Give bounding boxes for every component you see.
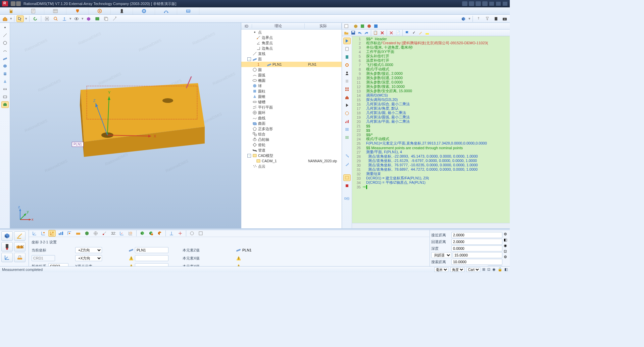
code-c-icon[interactable] — [366, 23, 372, 29]
tree-node[interactable]: 齿轮 — [241, 142, 342, 148]
side-icon-2[interactable]: ◧ — [504, 238, 510, 242]
clb-gear-icon[interactable] — [343, 62, 351, 68]
vlb-circle-icon[interactable] — [1, 40, 9, 46]
code-sheet-icon[interactable] — [343, 23, 349, 29]
zoom-fit-icon[interactable] — [43, 15, 51, 22]
ribbon-tab-2[interactable] — [22, 7, 44, 15]
side-icon-1[interactable]: ⚙ — [504, 232, 510, 236]
tree-node[interactable]: 点云 — [241, 164, 342, 169]
zoom-icon[interactable] — [52, 15, 59, 22]
ct-cube2-icon[interactable] — [147, 230, 155, 237]
clb-arrow-icon[interactable] — [343, 38, 351, 44]
code-d-icon[interactable] — [373, 23, 379, 29]
tree-node[interactable]: 边界点 — [241, 35, 342, 40]
render-icon[interactable] — [85, 15, 92, 22]
clb-book-icon[interactable] — [343, 54, 351, 60]
ct-2-icon[interactable] — [40, 230, 47, 237]
vlb-sphere-icon[interactable] — [1, 63, 9, 69]
status-icon-3[interactable]: ◉ — [492, 267, 496, 272]
depth-input[interactable] — [451, 245, 502, 251]
ribbon-tab-7[interactable] — [133, 7, 155, 15]
clb-list-icon[interactable] — [343, 78, 351, 84]
tree-node[interactable]: -面 — [241, 56, 342, 62]
tree-node[interactable]: -CAD模型 — [241, 153, 342, 158]
ct-c-icon[interactable] — [188, 230, 196, 237]
ribbon-tab-6[interactable] — [111, 7, 133, 15]
gap-select[interactable]: 间距面 — [431, 252, 451, 258]
mark-icon[interactable]: ✓ — [411, 30, 417, 36]
tree-node[interactable]: 直线 — [241, 51, 342, 56]
tree-node[interactable]: 正多边形 — [241, 126, 342, 131]
x-feature-input[interactable] — [135, 255, 168, 261]
ct-1-icon[interactable] — [31, 230, 38, 237]
screenshot-icon[interactable] — [94, 15, 101, 22]
ribbon-tab-3[interactable] — [44, 7, 66, 15]
status-icon-5[interactable]: ◧ — [504, 267, 508, 272]
tree-node[interactable]: 角度点 — [241, 40, 342, 46]
tree-node[interactable]: 圆 — [241, 67, 342, 72]
ct-7-icon[interactable] — [83, 230, 91, 237]
status-icon-2[interactable]: ⊡ — [487, 267, 490, 272]
side-icon-5[interactable]: ⚙ — [504, 255, 510, 259]
coord-type-select[interactable]: Cart — [466, 267, 480, 272]
retract-input[interactable] — [451, 239, 502, 245]
zdir-select[interactable]: +Z方向 — [75, 247, 102, 253]
tree-node[interactable]: 椭圆 — [241, 78, 342, 83]
delete-icon[interactable] — [379, 30, 385, 36]
vlb-dim-icon[interactable] — [1, 94, 9, 100]
clb-step-icon[interactable] — [343, 153, 351, 160]
ct-3-icon[interactable] — [48, 230, 56, 237]
ribbon-tab-9[interactable] — [177, 7, 199, 15]
tree-node[interactable]: CADM_1NANNAN_2020.stp — [241, 158, 342, 164]
ct-10-icon[interactable]: 321 — [109, 230, 117, 237]
copy-icon[interactable] — [102, 15, 110, 22]
vlb-plane-icon[interactable] — [1, 55, 9, 62]
xdir-select[interactable]: +X方向 — [75, 255, 102, 261]
ct-9-icon[interactable] — [101, 230, 108, 237]
tree-node[interactable]: 圆柱 — [241, 89, 342, 94]
help-icon[interactable] — [492, 15, 500, 22]
z-feature-input[interactable] — [135, 247, 168, 253]
ct-cube3-icon[interactable] — [156, 230, 163, 237]
cut-icon[interactable] — [388, 30, 394, 36]
tree-header-theory[interactable]: 理论 — [252, 23, 305, 28]
tree-node[interactable]: 组合 — [241, 131, 342, 137]
angle-select[interactable]: 角度 — [450, 267, 464, 272]
code-editor[interactable]: 1$$/* Header2程序标志/'Created by [爱科腾瑞科技(北京… — [352, 36, 510, 223]
tree-node[interactable]: 曲线 — [241, 115, 342, 121]
vlb-line-icon[interactable] — [1, 32, 9, 39]
mode-angle-icon[interactable] — [14, 231, 26, 241]
ribbon-tab-4[interactable] — [66, 7, 89, 15]
side-icon-3[interactable]: ◉ — [504, 243, 510, 248]
code-hscroll[interactable] — [352, 223, 510, 228]
ct-6-icon[interactable] — [75, 230, 82, 237]
tree-node[interactable]: 凸轮轴 — [241, 137, 342, 142]
clb-grid-icon[interactable] — [343, 86, 351, 93]
copy2-icon[interactable]: 📄 — [395, 30, 401, 36]
refresh-button[interactable] — [32, 15, 39, 22]
ct-cube1-icon[interactable] — [139, 230, 146, 237]
link-icon[interactable] — [462, 1, 467, 6]
axis-icon[interactable] — [61, 15, 68, 22]
minimize-button[interactable] — [489, 1, 494, 6]
clb-person-icon[interactable] — [343, 70, 351, 76]
tree-node[interactable]: 圆弧 — [241, 72, 342, 78]
unit-select[interactable]: 毫米 — [434, 267, 448, 272]
tree-node[interactable]: 边角点 — [241, 46, 342, 51]
filter1-icon[interactable] — [475, 15, 482, 22]
tree-node[interactable]: 平行平面 — [241, 105, 342, 110]
status-icon-4[interactable]: 🔒 — [498, 267, 502, 272]
tree-node[interactable]: 点 — [241, 30, 342, 35]
mode-cube-icon[interactable] — [1, 231, 13, 241]
maximize-button[interactable] — [496, 1, 501, 6]
clb-doc-icon[interactable] — [343, 46, 351, 52]
eye-icon[interactable] — [73, 15, 80, 22]
vlb-arc-icon[interactable] — [1, 47, 9, 54]
vlb-cyl-icon[interactable] — [1, 70, 9, 77]
viewport-3d[interactable]: RationalDMISRationalDMISRationalDMISRati… — [10, 23, 241, 228]
ct-d-icon[interactable] — [197, 230, 204, 237]
highlight-icon[interactable] — [424, 30, 430, 36]
tree-node[interactable]: 球 — [241, 83, 342, 89]
tree-header-actual[interactable]: 实际 — [305, 23, 342, 28]
mode-gauge-icon[interactable]: 1:100 — [14, 242, 26, 251]
